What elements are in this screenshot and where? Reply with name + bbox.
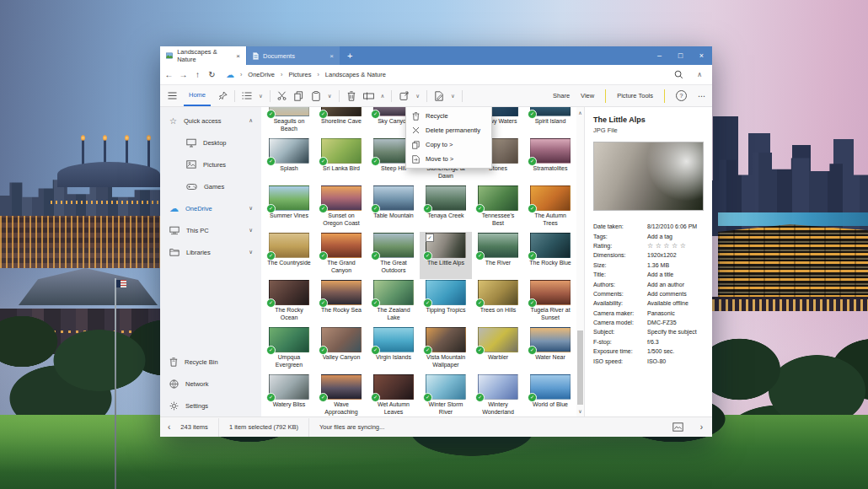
menu-item-copy-to[interactable]: Copy to > [406,137,491,152]
file-tile[interactable]: ✓ Stramatolites [524,137,576,185]
share-item-icon[interactable] [399,91,409,100]
close-button[interactable]: × [691,46,712,65]
sidebar-item-libraries[interactable]: Libraries ∨ [160,241,261,263]
chevron-down-icon[interactable]: ∨ [249,205,253,212]
field-value[interactable]: 1/500 sec. [647,348,674,354]
file-tile[interactable]: ✓ Tenaya Creek [420,185,472,232]
sidebar-item-network[interactable]: Network [160,373,261,395]
field-value[interactable]: 1920x1202 [647,252,677,258]
tab-documents[interactable]: Documents × [247,46,340,65]
breadcrumb-current-folder[interactable]: Landscapes & Nature [325,71,386,78]
view-options-icon[interactable] [242,92,252,99]
file-tile[interactable]: ✓ Tugela River at Sunset [524,279,576,326]
chevron-up-icon[interactable]: ∧ [249,117,253,124]
field-value[interactable]: 8/12/2010 6:06 PM [647,223,697,229]
maximize-button[interactable]: □ [670,46,691,65]
field-value[interactable]: Available offline [647,300,689,306]
sidebar-item-quick-access[interactable]: ☆ Quick access ∧ [160,110,261,132]
menu-icon[interactable] [167,92,177,99]
file-tile[interactable]: ✓ The Rocky Ocean [263,279,315,326]
file-tile[interactable]: ✓ The River [472,232,524,279]
tab-close-icon[interactable]: × [236,52,240,60]
file-tile[interactable]: ✓ Valley Canyon [315,326,367,373]
file-tile[interactable]: ✓ Tipping Tropics [420,279,472,326]
vertical-scrollbar[interactable]: ∧ ∨ [576,107,584,416]
file-tile[interactable]: ✓ Wintery Wonderland [472,373,524,416]
view-menu-button[interactable]: View [581,92,594,99]
forward-button[interactable]: → [176,70,190,79]
file-tile[interactable]: ✓ The Zealand Lake [367,279,420,326]
rename-icon[interactable] [363,92,374,100]
field-value[interactable]: Specify the subject [647,329,697,335]
file-tile[interactable]: ✓ Warbler [472,326,524,373]
file-tile[interactable]: ✓ Water Near [524,326,576,373]
delete-icon[interactable] [346,91,356,101]
file-tile[interactable]: ✓ Summer Vines [263,185,315,232]
previous-item-icon[interactable]: ‹ [168,422,170,432]
file-tile[interactable]: ✓ The Grand Canyon [315,232,367,279]
file-tile[interactable]: ✓ The Autumn Trees [524,185,576,232]
file-tile[interactable]: ✓ The Great Outdoors [367,232,420,279]
file-tile[interactable]: ✓ Winter Storm River [420,373,472,416]
menu-item-recycle[interactable]: Recycle [406,109,491,123]
picture-tools-tab[interactable]: Picture Tools [617,92,653,99]
chevron-up-icon-open-menu[interactable]: ∧ [381,93,385,99]
file-tile[interactable]: ✓ Table Mountain [367,185,420,232]
sidebar-item-this-pc[interactable]: This PC ∨ [160,219,261,241]
file-tile[interactable]: ✓ Trees on Hills [472,279,524,326]
scroll-down-arrow[interactable]: ∨ [576,408,584,414]
field-value[interactable]: Panasonic [647,310,675,316]
next-item-icon[interactable]: › [700,422,703,432]
field-value[interactable]: ISO-80 [647,358,666,364]
refresh-button[interactable]: ↻ [205,70,219,79]
field-value[interactable]: Add an author [647,282,684,287]
file-tile[interactable]: ✓ Spirit Island [524,107,576,137]
file-tile[interactable]: ✓ Splash [263,137,315,185]
file-tile[interactable]: ✓ The Rocky Sea [315,279,367,326]
file-tile[interactable]: ✓ Umpqua Evergreen [263,326,315,373]
selection-checkbox[interactable]: ✓ [426,234,434,242]
chevron-down-icon[interactable]: ∨ [328,93,332,99]
field-value[interactable]: Add comments [647,291,687,297]
cut-icon[interactable] [277,91,287,100]
file-tile[interactable]: ✓ Sri Lanka Bird [315,137,367,185]
file-tile[interactable]: ✓ Virgin Islands [367,326,420,373]
file-tile[interactable]: ✓ World of Blue [524,373,576,416]
file-tile[interactable]: ✓ Wave Approaching [315,373,367,416]
sidebar-item-settings[interactable]: Settings [160,395,261,416]
breadcrumb-pictures[interactable]: Pictures [288,71,311,78]
new-tab-button[interactable]: + [340,46,360,65]
scroll-up-arrow[interactable]: ∧ [576,110,584,116]
sidebar-item-recycle-bin[interactable]: Recycle Bin [160,351,261,373]
scrollbar-thumb[interactable] [577,330,583,405]
file-tile[interactable]: ✓ Seagulls on Beach [263,107,315,137]
collapse-ribbon-icon[interactable]: ∧ [697,71,702,78]
breadcrumb-onedrive[interactable]: OneDrive [248,71,275,78]
field-value[interactable]: f/6.3 [647,339,659,345]
edit-document-icon[interactable] [434,91,444,101]
sidebar-item-onedrive[interactable]: ☁ OneDrive ∨ [160,197,261,219]
chevron-down-icon[interactable]: ∨ [451,93,455,99]
file-tile[interactable]: ✓ ✓ The Little Alps [420,232,472,279]
chevron-down-icon[interactable]: ∨ [249,227,253,234]
file-tile[interactable]: ✓ The Rocky Blue [524,232,576,279]
file-tile[interactable]: ✓ The Countryside [263,232,315,279]
field-value[interactable]: DMC-FZ35 [647,320,677,325]
paste-icon[interactable] [311,91,321,101]
field-value[interactable]: Add a title [647,271,673,277]
sidebar-item-desktop[interactable]: Desktop [160,132,261,153]
share-menu-button[interactable]: Share [553,92,570,99]
file-tile[interactable]: ✓ Sunset on Oregon Coast [315,185,367,232]
back-button[interactable]: ← [162,70,176,79]
field-value[interactable]: Add a tag [647,234,672,239]
chevron-down-icon[interactable]: ∨ [249,249,253,255]
chevron-down-icon[interactable]: ∨ [259,93,263,99]
file-tile[interactable]: ✓ Watery Bliss [263,373,315,416]
menu-item-move-to[interactable]: Move to > [406,152,491,166]
more-options-icon[interactable]: ⋯ [698,92,705,100]
up-button[interactable]: ↑ [190,70,205,79]
menu-item-delete-permanently[interactable]: Delete permanently [406,123,491,137]
field-value[interactable]: 1.36 MB [647,262,669,268]
minimize-button[interactable]: – [649,46,670,65]
tab-close-icon[interactable]: × [330,52,334,60]
